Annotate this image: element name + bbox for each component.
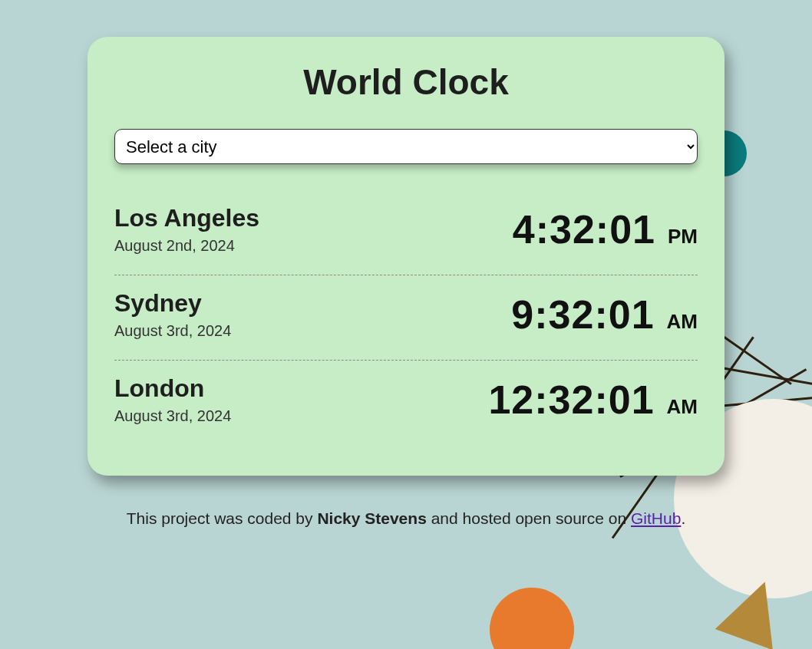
clock-row: Los Angeles August 2nd, 2024 4:32:01 PM	[114, 190, 698, 275]
time-value: 12:32:01	[488, 377, 654, 423]
time-meridiem: PM	[668, 225, 698, 249]
page-title: World Clock	[114, 61, 698, 103]
city-block: Los Angeles August 2nd, 2024	[114, 204, 259, 255]
city-date: August 2nd, 2024	[114, 237, 259, 255]
footer-text-after: .	[681, 509, 685, 527]
github-link[interactable]: GitHub	[631, 509, 681, 527]
time-block: 4:32:01 PM	[513, 206, 698, 252]
city-date: August 3rd, 2024	[114, 322, 231, 340]
time-block: 9:32:01 AM	[511, 292, 698, 338]
world-clock-card: World Clock Select a city Los Angeles Au…	[87, 37, 725, 476]
city-select[interactable]: Select a city	[114, 129, 698, 164]
footer: This project was coded by Nicky Stevens …	[0, 509, 812, 528]
time-meridiem: AM	[667, 310, 698, 334]
clock-row: London August 3rd, 2024 12:32:01 AM	[114, 360, 698, 445]
footer-author: Nicky Stevens	[317, 509, 426, 527]
footer-text-middle: and hosted open source on	[427, 509, 631, 527]
city-block: London August 3rd, 2024	[114, 374, 231, 425]
time-block: 12:32:01 AM	[488, 377, 698, 423]
city-block: Sydney August 3rd, 2024	[114, 289, 231, 340]
city-name: Los Angeles	[114, 204, 259, 232]
footer-text-before: This project was coded by	[127, 509, 318, 527]
time-meridiem: AM	[667, 395, 698, 419]
time-value: 4:32:01	[513, 206, 655, 252]
city-date: August 3rd, 2024	[114, 407, 231, 425]
city-name: Sydney	[114, 289, 231, 318]
city-name: London	[114, 374, 231, 403]
clock-row: Sydney August 3rd, 2024 9:32:01 AM	[114, 275, 698, 360]
time-value: 9:32:01	[511, 292, 654, 338]
